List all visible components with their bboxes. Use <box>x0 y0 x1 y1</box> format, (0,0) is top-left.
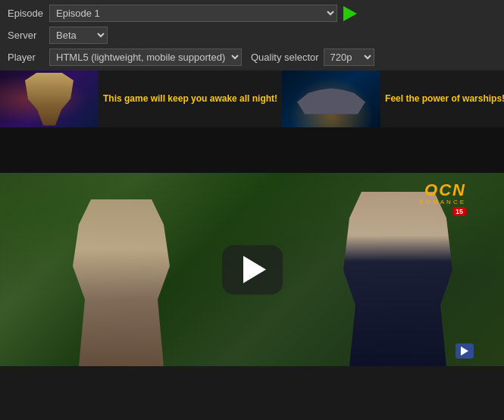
controls-panel: Episode Episode 1 Episode 2 Episode 3 Se… <box>0 0 504 71</box>
server-row: Server Beta Alpha Gamma <box>8 27 496 44</box>
next-arrow-icon <box>343 6 357 21</box>
ocn-romance-text: ROMANCE <box>419 199 466 205</box>
person-right-silhouette <box>337 192 459 366</box>
ad1-text: This game will keep you awake all night! <box>99 92 282 105</box>
server-select[interactable]: Beta Alpha Gamma <box>49 27 108 44</box>
ad-banner: This game will keep you awake all night!… <box>0 71 504 127</box>
video-icon-bottom-right[interactable] <box>455 343 474 359</box>
server-label: Server <box>8 30 49 41</box>
quality-selector-label: Quality selector <box>251 52 319 63</box>
player-label: Player <box>8 52 49 63</box>
dark-separator <box>0 127 504 173</box>
ad1-image <box>0 71 99 127</box>
video-player[interactable]: OCN ROMANCE 15 <box>0 173 504 366</box>
next-episode-button[interactable] <box>343 6 357 21</box>
ad1-figure <box>19 73 80 126</box>
ocn-logo: OCN ROMANCE 15 <box>419 182 466 216</box>
play-button[interactable] <box>222 245 283 294</box>
ad-item-2[interactable]: Feel the power of warships! Play for fre… <box>282 71 504 127</box>
play-icon <box>243 256 266 284</box>
player-select[interactable]: HTML5 (lightweight, mobile supported) Fl… <box>49 49 242 66</box>
player-row: Player HTML5 (lightweight, mobile suppor… <box>8 49 496 66</box>
ad-item-1[interactable]: This game will keep you awake all night! <box>0 71 282 127</box>
ad2-image <box>282 71 380 127</box>
quality-select[interactable]: 360p 480p 720p 1080p <box>324 49 374 66</box>
ad2-ship <box>293 84 369 114</box>
episode-select[interactable]: Episode 1 Episode 2 Episode 3 <box>49 5 337 22</box>
episode-label: Episode <box>8 8 49 19</box>
ad2-text: Feel the power of warships! Play for fre… <box>380 92 504 105</box>
ocn-text: OCN <box>424 182 466 199</box>
ocn-rating-badge: 15 <box>452 207 466 216</box>
episode-row: Episode Episode 1 Episode 2 Episode 3 <box>8 5 496 22</box>
